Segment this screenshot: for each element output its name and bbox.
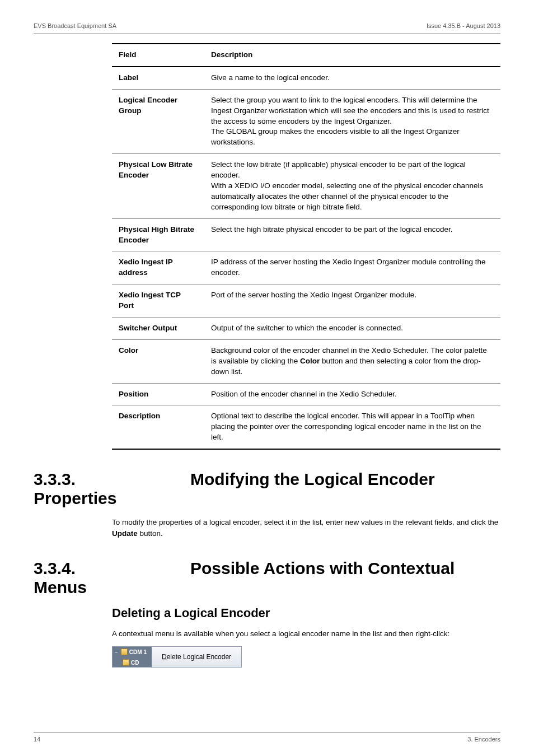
table-row: Logical Encoder GroupSelect the group yo… [112,89,500,153]
description-cell: Give a name to the logical encoder. [204,67,500,89]
field-cell: Label [112,67,204,89]
table-row: ColorBackground color of the encoder cha… [112,339,500,383]
header-company: EVS Broadcast Equipment SA [34,22,116,29]
encoder-icon [123,659,129,666]
section-number: 3.3.4. [34,559,112,578]
description-cell: Select the group you want to link to the… [204,89,500,153]
table-row: Xedio Ingest IP addressIP address of the… [112,251,500,284]
table-row: PositionPosition of the encoder channel … [112,383,500,405]
table-row: Physical Low Bitrate EncoderSelect the l… [112,154,500,218]
table-header-description: Description [204,44,500,67]
context-menu-screenshot: −CDM 1 CD Delete Logical Encoder [112,646,242,668]
table-header-field: Field [112,44,204,67]
table-row: LabelGive a name to the logical encoder. [112,67,500,89]
description-cell: Background color of the encoder channel … [204,339,500,383]
field-cell: Xedio Ingest TCP Port [112,284,204,318]
encoder-icon [121,648,128,655]
table-row: Physical High Bitrate EncoderSelect the … [112,218,500,251]
field-cell: Xedio Ingest IP address [112,251,204,284]
table-row: Xedio Ingest TCP PortPort of the server … [112,284,500,318]
description-cell: Optional text to describe the logical en… [204,405,500,449]
menu-underline-key: D [162,653,167,661]
section-333-paragraph: To modify the properties of a logical en… [112,517,500,539]
section-3-3-4: 3.3.4. Possible Actions with Contextual … [34,559,500,597]
footer-chapter: 3. Encoders [467,736,500,743]
subsection-paragraph: A contextual menu is available when you … [112,628,500,640]
table-row: Switcher OutputOutput of the switcher to… [112,318,500,340]
ctx-menu-tree: −CDM 1 CD [113,647,152,667]
field-description-table: Field Description LabelGive a name to th… [112,43,500,450]
description-cell: Position of the encoder channel in the X… [204,383,500,405]
section-number: 3.3.3. [34,470,112,489]
field-cell: Switcher Output [112,318,204,340]
description-cell: Select the low bitrate (if applicable) p… [204,154,500,218]
description-cell: Output of the switcher to which the enco… [204,318,500,340]
ctx-menu-item-delete[interactable]: Delete Logical Encoder [152,647,241,667]
footer-page-number: 14 [34,736,40,743]
menu-item-text: elete Logical Encoder [167,653,231,661]
field-cell: Physical High Bitrate Encoder [112,218,204,251]
tree-item: CD [131,660,139,666]
description-cell: IP address of the server hosting the Xed… [204,251,500,284]
section-3-3-3: 3.3.3. Modifying the Logical Encoder Pro… [34,470,500,508]
field-cell: Logical Encoder Group [112,89,204,153]
field-cell: Description [112,405,204,449]
field-cell: Color [112,339,204,383]
header-issue: Issue 4.35.B - August 2013 [427,22,500,29]
description-cell: Select the high bitrate physical encoder… [204,218,500,251]
field-cell: Position [112,383,204,405]
field-cell: Physical Low Bitrate Encoder [112,154,204,218]
tree-item: CDM 1 [129,649,147,655]
subsection-deleting: Deleting a Logical Encoder [112,606,500,620]
table-row: DescriptionOptional text to describe the… [112,405,500,449]
description-cell: Port of the server hosting the Xedio Ing… [204,284,500,318]
